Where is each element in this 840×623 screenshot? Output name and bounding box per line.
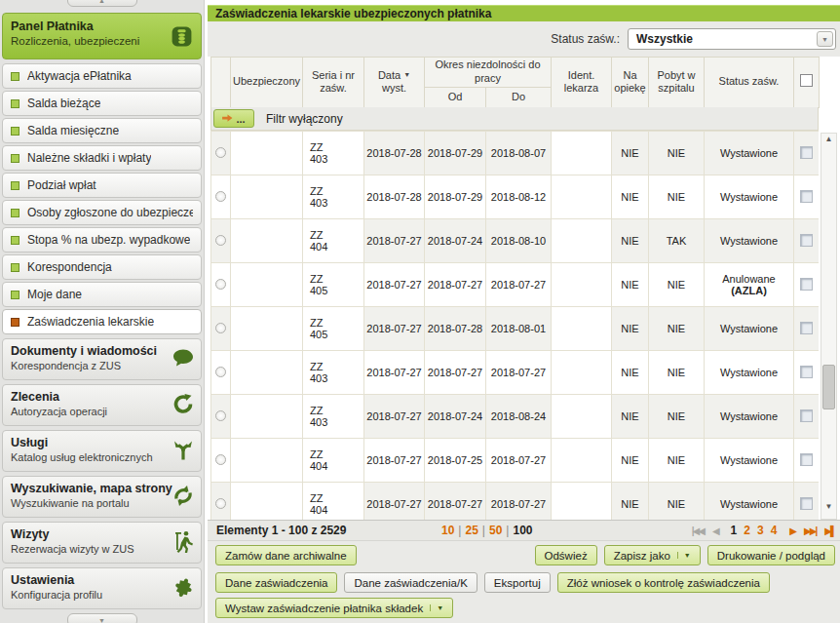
header-seria[interactable]: Seria i nr zaśw. (303, 58, 364, 108)
scrollbar-down-arrow[interactable]: ▼ (821, 502, 836, 518)
refresh-button[interactable]: Odśwież (535, 545, 597, 565)
sidebar-scroll-up-button[interactable]: ▲ (67, 0, 137, 7)
sidebar-item[interactable]: Należne składki i wpłaty (2, 145, 202, 171)
page-link-3[interactable]: 3 (757, 521, 764, 541)
sidebar-item[interactable]: Podział wpłat (2, 173, 202, 198)
select-all-checkbox[interactable] (800, 74, 813, 87)
row-radio[interactable] (215, 279, 226, 290)
control-request-button[interactable]: Złóż wniosek o kontrolę zaświadczenia (557, 572, 770, 593)
cert-data-button[interactable]: Dane zaświadczenia (215, 572, 337, 593)
jump-to-page-icon[interactable]: ▶▌ (824, 521, 835, 541)
save-as-button[interactable]: Zapisz jako▼ (604, 545, 701, 565)
page-link-1[interactable]: 1 (731, 521, 738, 541)
row-radio[interactable] (215, 147, 226, 158)
scrollbar-thumb[interactable] (822, 365, 835, 409)
row-checkbox[interactable] (800, 497, 813, 510)
sidebar-section-dokumenty[interactable]: Dokumenty i wiadomości Korespondencja z … (2, 338, 202, 380)
filter-options-button[interactable]: ... (213, 109, 254, 128)
cell-pobyt: NIE (649, 307, 705, 351)
vertical-scrollbar[interactable]: ▲ ▼ (821, 133, 837, 520)
prev-page-icon[interactable]: ◀ (712, 521, 718, 541)
row-radio[interactable] (215, 454, 226, 465)
cell-status: Wystawione (705, 307, 794, 351)
table-row: ZZ 404 2018-07-27 2018-07-27 2018-07-27 … (211, 483, 820, 521)
row-radio[interactable] (215, 367, 226, 377)
sidebar-section-wyszukiwanie[interactable]: Wyszukiwanie, mapa strony Wyszukiwanie n… (2, 476, 202, 518)
row-radio[interactable] (215, 498, 226, 509)
sidebar-section-wizyty[interactable]: Wizyty Rezerwacja wizyty w ZUS (2, 522, 202, 564)
row-radio[interactable] (215, 191, 226, 202)
header-na-opieke[interactable]: Na opiekę (612, 58, 649, 108)
page-link-4[interactable]: 4 (771, 521, 778, 541)
row-radio[interactable] (215, 323, 226, 333)
row-checkbox[interactable] (800, 322, 813, 334)
row-checkbox[interactable] (800, 366, 813, 378)
sidebar-item[interactable]: Aktywacja ePłatnika (2, 63, 202, 89)
cell-ubezpieczony (231, 219, 303, 263)
seria-prefix: ZZ (310, 273, 362, 285)
sidebar-section-zlecenia[interactable]: Zlecenia Autoryzacja operacji (2, 384, 202, 426)
header-do[interactable]: Do (486, 87, 552, 107)
header-ubezpieczony[interactable]: Ubezpieczony (231, 58, 303, 108)
sidebar-item[interactable]: Stopa % na ubezp. wypadkowe (2, 227, 202, 253)
section-subtitle: Wyszukiwanie na portalu (11, 497, 168, 509)
order-archive-button[interactable]: Zamów dane archiwalne (215, 545, 357, 565)
sidebar-scroll-down-button[interactable]: ▼ (67, 613, 137, 623)
section-title: Wizyty (11, 527, 168, 541)
row-checkbox[interactable] (800, 409, 813, 422)
cell-status: Wystawione (705, 395, 794, 439)
sidebar-section-uslugi[interactable]: Usługi Katalog usług elektronicznych (2, 430, 202, 472)
table-row: ZZ 405 2018-07-27 2018-07-27 2018-07-27 … (211, 263, 820, 307)
sidebar-item[interactable]: Korespondencja (2, 254, 202, 280)
row-radio[interactable] (215, 235, 226, 246)
status-filter-value: Wszystkie (636, 29, 693, 49)
header-okres[interactable]: Okres niezdolności do pracy (425, 58, 552, 88)
cell-seria: ZZ 405 (303, 307, 364, 351)
sidebar-panel-platnika[interactable]: Panel Płatnika Rozliczenia, ubezpieczeni (2, 13, 202, 59)
status-text: Wystawione (706, 498, 791, 510)
print-preview-button[interactable]: Drukowanie / podgląd (707, 545, 835, 565)
sidebar-item[interactable]: Moje dane (2, 282, 202, 307)
row-checkbox[interactable] (800, 453, 813, 466)
header-ident-lekarza[interactable]: Ident. lekarza (552, 58, 612, 108)
header-data-wyst[interactable]: Data▼ wyst. (364, 58, 425, 108)
action-buttons: Dane zaświadczenia Dane zaświadczenia/K … (208, 569, 840, 623)
page-size-10[interactable]: 10 (441, 524, 454, 537)
export-button[interactable]: Eksportuj (484, 572, 551, 593)
table-row: ZZ 404 2018-07-27 2018-07-24 2018-08-10 … (211, 219, 820, 263)
sidebar-item[interactable]: Salda miesięczne (2, 118, 202, 143)
row-checkbox[interactable] (800, 234, 813, 247)
sidebar-item[interactable]: Salda bieżące (2, 91, 202, 116)
sidebar-item[interactable]: Zaświadczenia lekarskie (2, 309, 202, 334)
branch-icon (172, 439, 194, 463)
row-radio[interactable] (215, 410, 226, 421)
issue-cert-button[interactable]: Wystaw zaświadczenie płatnika składek▼ (215, 598, 453, 618)
sidebar-item[interactable]: Osoby zgłoszone do ubezpieczeń (2, 200, 202, 225)
cell-checkbox (794, 395, 820, 439)
main-panel: Zaświadczenia lekarskie ubezpieczonych p… (208, 0, 840, 623)
cell-do: 2018-07-27 (486, 483, 552, 521)
cell-checkbox (794, 175, 820, 219)
cell-na-opieke: NIE (612, 263, 649, 307)
row-checkbox[interactable] (800, 146, 813, 159)
page-link-2[interactable]: 2 (744, 521, 750, 541)
cell-ident-lekarza (552, 219, 612, 263)
sidebar-section-ustawienia[interactable]: Ustawienia Konfiguracja profilu (2, 567, 202, 609)
header-pobyt[interactable]: Pobyt w szpitalu (649, 58, 705, 108)
scrollbar-up-arrow[interactable]: ▲ (821, 135, 836, 150)
status-filter-dropdown[interactable]: Wszystkie ▼ (628, 28, 836, 50)
row-checkbox[interactable] (800, 190, 813, 203)
page-size-100[interactable]: 100 (513, 524, 532, 537)
row-checkbox[interactable] (800, 278, 813, 291)
sidebar-item-label: Salda miesięczne (27, 124, 119, 137)
next-page-icon[interactable]: ▶ (789, 521, 795, 541)
cert-data-k-button[interactable]: Dane zaświadczenia/K (344, 572, 477, 593)
page-size-25[interactable]: 25 (465, 524, 477, 537)
cell-data-wyst: 2018-07-28 (364, 132, 425, 175)
dropdown-arrow-button[interactable]: ▼ (817, 31, 833, 47)
page-size-50[interactable]: 50 (489, 524, 502, 537)
first-page-icon[interactable]: |◀◀ (692, 521, 704, 541)
header-status[interactable]: Status zaśw. (705, 58, 794, 108)
last-page-icon[interactable]: ▶▶| (804, 521, 816, 541)
header-od[interactable]: Od (425, 87, 486, 107)
